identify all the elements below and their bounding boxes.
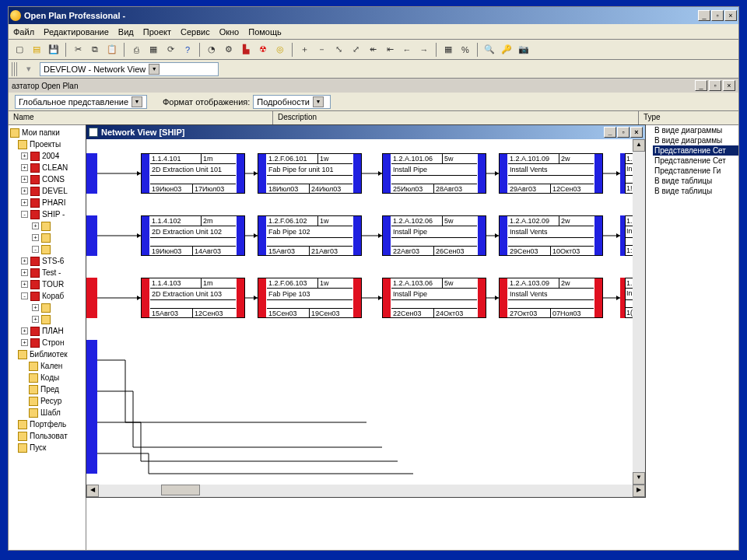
help-icon[interactable]: ? xyxy=(180,42,195,58)
task-box[interactable]: 1.2.F.06.1031wFab Pipe 10315Сен0319Сен03 xyxy=(258,278,362,318)
view-selector[interactable]: DEVFLOW - Network View ▼ xyxy=(40,62,219,76)
first-icon[interactable]: ⇤ xyxy=(382,42,398,58)
child-max-button[interactable]: ▫ xyxy=(617,127,630,138)
project-tree[interactable]: Мои папки Проекты +2004 +CLEAN +CONS +DE… xyxy=(9,125,86,550)
grid-icon[interactable]: ▦ xyxy=(440,42,456,58)
menu-help[interactable]: Помощь xyxy=(248,27,282,37)
left-icon[interactable]: ↞ xyxy=(365,42,381,58)
tree-item[interactable]: Пред xyxy=(40,385,59,394)
type-cell[interactable]: В виде диаграммы xyxy=(653,135,738,145)
expand-icon[interactable]: + xyxy=(32,304,39,311)
dropdown-icon[interactable]: ▼ xyxy=(132,96,142,107)
task-box[interactable]: 1.2.F.06.1011wFab Pipe for unit 10118Июл… xyxy=(258,153,362,194)
nav-icon[interactable]: ▾ xyxy=(21,61,37,77)
vertical-scrollbar[interactable]: ▲ ▼ xyxy=(633,139,645,485)
nav-max-button[interactable]: ▫ xyxy=(709,80,721,91)
tree-item[interactable]: PHARI xyxy=(42,198,66,207)
paste-icon[interactable]: 📋 xyxy=(104,42,120,58)
task-box[interactable]: 1.2.A.101.065wInstall Pipe25Июл0328Авг03 xyxy=(382,153,486,194)
type-cell[interactable]: Представление Сет xyxy=(653,156,738,166)
tree-item[interactable]: Ресур xyxy=(40,397,61,405)
col-name[interactable]: Name xyxy=(9,111,273,124)
calc-icon[interactable]: ⚙ xyxy=(221,42,237,58)
collapse-icon[interactable]: - xyxy=(21,292,28,299)
tree-item[interactable]: TOUR xyxy=(42,280,64,289)
representation-selector[interactable]: Глобальное представление ▼ xyxy=(15,95,147,109)
tree-item[interactable]: STS-6 xyxy=(42,257,64,265)
plus-icon[interactable]: ＋ xyxy=(296,42,312,58)
save-icon[interactable]: 💾 xyxy=(46,42,61,58)
menu-view[interactable]: Вид xyxy=(118,27,134,37)
task-box[interactable]: 1.1.4.1031m2D Extraction Unit 10315Авг03… xyxy=(141,278,245,318)
child-min-button[interactable]: _ xyxy=(604,127,616,138)
type-cell[interactable]: В виде диаграммы xyxy=(653,125,738,135)
tree-item[interactable]: CLEAN xyxy=(42,163,68,172)
nav-min-button[interactable]: _ xyxy=(695,80,707,91)
expand-icon[interactable]: + xyxy=(21,269,28,276)
tree-item[interactable]: Коды xyxy=(40,373,59,382)
expand-icon[interactable]: + xyxy=(21,281,28,288)
tree-item[interactable]: SHIP - xyxy=(42,210,65,219)
scroll-thumb[interactable] xyxy=(161,485,200,495)
scroll-up-icon[interactable]: ▲ xyxy=(633,139,645,152)
minus-icon[interactable]: － xyxy=(314,42,329,58)
cut-icon[interactable]: ✂ xyxy=(70,42,86,58)
dropdown-icon[interactable]: ▼ xyxy=(313,96,324,107)
minimize-button[interactable]: _ xyxy=(698,10,710,21)
chart-icon[interactable]: ▙ xyxy=(238,42,254,58)
col-desc[interactable]: Description xyxy=(273,111,639,124)
find-icon[interactable]: 🔍 xyxy=(482,42,497,58)
restore-button[interactable]: ▫ xyxy=(711,10,724,21)
tree-item[interactable]: ПЛАН xyxy=(42,327,64,335)
expand-icon[interactable]: + xyxy=(21,164,28,171)
tree-item[interactable]: 2004 xyxy=(42,152,59,160)
prev-icon[interactable]: ← xyxy=(399,42,415,58)
tree-item[interactable]: Пуск xyxy=(30,443,46,452)
tree-item[interactable]: Test - xyxy=(42,268,61,277)
type-cell[interactable]: В виде таблицы xyxy=(653,176,738,186)
menu-window[interactable]: Окно xyxy=(219,27,240,37)
col-type[interactable]: Type xyxy=(639,111,738,124)
collapse-icon[interactable]: - xyxy=(32,246,39,253)
expand-icon[interactable]: + xyxy=(32,316,39,323)
task-box[interactable]: 1.2.A.103.092wInstall Vents27Окт0307Ноя0… xyxy=(499,278,603,318)
next-icon[interactable]: → xyxy=(416,42,432,58)
percent-icon[interactable]: % xyxy=(458,42,473,58)
tree-root[interactable]: Мои папки xyxy=(22,128,60,137)
expand-icon[interactable]: ⤡ xyxy=(331,42,346,58)
expand-icon[interactable]: + xyxy=(21,257,28,264)
tree-item[interactable]: Пользоват xyxy=(30,432,68,440)
menu-project[interactable]: Проект xyxy=(143,27,171,37)
preview-icon[interactable]: ▦ xyxy=(146,42,161,58)
scroll-left-icon[interactable]: ◀ xyxy=(86,485,99,497)
dropdown-icon[interactable]: ▼ xyxy=(149,64,160,75)
horizontal-scrollbar[interactable]: ◀ ▶ xyxy=(86,485,645,497)
open-icon[interactable]: ▤ xyxy=(29,42,44,58)
nav-close-button[interactable]: × xyxy=(723,80,735,91)
menu-service[interactable]: Сервис xyxy=(181,27,210,37)
expand-icon[interactable]: + xyxy=(21,176,28,183)
cost-icon[interactable]: ◎ xyxy=(272,42,288,58)
expand-icon[interactable]: + xyxy=(32,234,39,241)
risk-icon[interactable]: ☢ xyxy=(255,42,271,58)
expand-icon[interactable]: + xyxy=(21,327,28,334)
collapse-icon[interactable]: - xyxy=(21,211,28,218)
close-button[interactable]: × xyxy=(724,10,737,21)
task-box[interactable]: 1.1.4.1011m2D Extraction Unit 10119Июн03… xyxy=(141,153,245,194)
menu-edit[interactable]: Редактирование xyxy=(44,27,109,37)
expand-icon[interactable]: + xyxy=(21,339,28,346)
tree-item[interactable]: Шабл xyxy=(40,408,61,417)
task-box[interactable]: 1.2.A.103.065wInstall Pipe22Сен0324Окт03 xyxy=(382,278,486,318)
camera-icon[interactable]: 📷 xyxy=(516,42,531,58)
network-canvas[interactable]: 1.In1!1.In1:1.In1( 1.1.4.1011m2D Extract… xyxy=(86,139,645,485)
child-close-button[interactable]: × xyxy=(630,127,643,138)
tree-item[interactable]: Кален xyxy=(40,362,62,370)
tree-item[interactable]: CONS xyxy=(42,175,65,184)
expand-icon[interactable]: + xyxy=(21,152,28,159)
refresh-icon[interactable]: ⟳ xyxy=(163,42,178,58)
key-icon[interactable]: 🔑 xyxy=(499,42,514,58)
tree-libraries[interactable]: Библиотек xyxy=(30,350,68,359)
type-cell-selected[interactable]: Представление Сет xyxy=(653,145,738,156)
tree-item[interactable]: Строн xyxy=(42,338,64,347)
type-cell[interactable]: Представление Ги xyxy=(653,166,738,176)
